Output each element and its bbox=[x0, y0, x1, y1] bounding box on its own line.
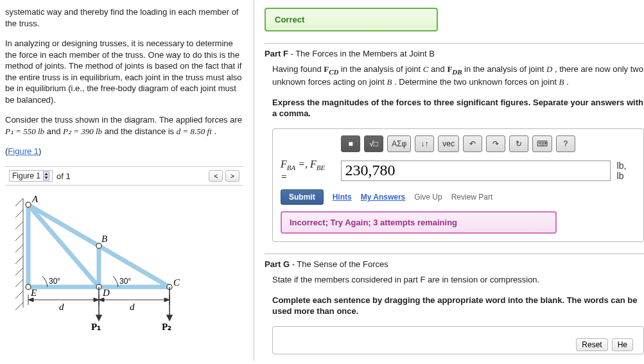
vec-button[interactable]: vec bbox=[438, 135, 459, 152]
node-a: A bbox=[31, 194, 39, 204]
right-panel: Correct Part F - The Forces in the Membe… bbox=[254, 0, 644, 361]
my-answers-link[interactable]: My Answers bbox=[361, 193, 406, 202]
pf-m3: in the analysis of joint bbox=[464, 64, 546, 74]
scripts-button[interactable]: ↓↑ bbox=[415, 135, 434, 152]
joint-b: B bbox=[387, 77, 392, 87]
help-button[interactable]: He bbox=[612, 338, 633, 351]
intro-para-1: systematic way and thereby find the load… bbox=[5, 6, 243, 29]
answer-actions: Submit Hints My Answers Give Up Review P… bbox=[281, 189, 636, 205]
svg-point-16 bbox=[26, 202, 31, 207]
part-f-instruction: Express the magnitudes of the forces to … bbox=[272, 97, 644, 119]
figure-pager: Figure 1 of 1 < > bbox=[5, 166, 243, 186]
part-f-text: Having found FCD in the analysis of join… bbox=[272, 64, 644, 88]
d-sym-1: d bbox=[59, 302, 64, 312]
and-the: and the distance is bbox=[105, 126, 177, 136]
pf-end: . bbox=[566, 77, 569, 87]
svg-line-3 bbox=[15, 221, 23, 229]
clear-button[interactable]: ↻ bbox=[509, 135, 528, 152]
svg-line-14 bbox=[28, 205, 99, 287]
figure-link[interactable]: Figure 1 bbox=[8, 146, 39, 156]
svg-line-10 bbox=[15, 302, 23, 310]
fcd-sym: FCD bbox=[324, 64, 338, 74]
p2-value: P₂ = 390 lb bbox=[63, 126, 102, 136]
pf-m1: in the analysis of joint bbox=[341, 64, 423, 74]
svg-marker-33 bbox=[164, 298, 170, 302]
truss-diagram: A B C D E d d P₁ P₂ 30° 30° bbox=[9, 192, 182, 343]
part-g-instruction: Complete each sentence by dragging the a… bbox=[272, 295, 644, 317]
svg-marker-30 bbox=[28, 298, 33, 302]
d-value: d = 8.50 ft bbox=[177, 126, 212, 136]
svg-line-2 bbox=[15, 210, 23, 218]
pf-m5: . Determine the two unknown forces on jo… bbox=[394, 77, 559, 87]
fdb-sym: FDB bbox=[447, 64, 462, 74]
angle-1: 30° bbox=[49, 277, 60, 286]
hints-link[interactable]: Hints bbox=[333, 193, 352, 202]
node-b: B bbox=[101, 234, 107, 244]
part-f-title: The Forces in the Members at Joint B bbox=[295, 49, 435, 58]
para3-pre: Consider the truss shown in the diagram.… bbox=[5, 115, 242, 125]
redo-button[interactable]: ↷ bbox=[486, 135, 505, 152]
svg-point-18 bbox=[96, 243, 101, 248]
joint-d: D bbox=[546, 64, 552, 74]
template-button[interactable]: ■ bbox=[341, 135, 360, 152]
svg-line-8 bbox=[15, 279, 23, 287]
giveup-link[interactable]: Give Up bbox=[414, 193, 442, 202]
svg-marker-24 bbox=[167, 315, 172, 320]
joint-c: C bbox=[423, 64, 429, 74]
figure-next-button[interactable]: > bbox=[225, 170, 239, 182]
angle-2: 30° bbox=[119, 277, 131, 286]
sqrt-button[interactable]: √□ bbox=[364, 135, 383, 152]
svg-line-4 bbox=[15, 233, 23, 241]
undo-button[interactable]: ↶ bbox=[463, 135, 482, 152]
intro-para-3: Consider the truss shown in the diagram.… bbox=[5, 114, 243, 137]
node-c: C bbox=[173, 277, 180, 288]
answer-panel-g: Reset He bbox=[272, 326, 644, 354]
greek-button[interactable]: ΑΣφ bbox=[387, 135, 411, 152]
p1-sym: P₁ bbox=[91, 322, 101, 332]
svg-line-6 bbox=[15, 256, 23, 264]
node-d: D bbox=[102, 288, 110, 298]
intro-para-2: In analyzing or designing trusses, it is… bbox=[5, 38, 243, 105]
part-g-heading: Part G - The Sense of the Forces bbox=[265, 259, 644, 269]
svg-marker-22 bbox=[96, 315, 101, 320]
stepper-icon bbox=[43, 171, 49, 180]
incorrect-feedback: Incorrect; Try Again; 3 attempts remaini… bbox=[281, 211, 557, 234]
d-sym-2: d bbox=[130, 302, 135, 312]
answer-row: FBA =, FBE = lb, lb bbox=[281, 159, 636, 183]
correct-feedback: Correct bbox=[265, 8, 438, 31]
svg-line-7 bbox=[15, 268, 23, 275]
answer-panel-f: ■ √□ ΑΣφ ↓↑ vec ↶ ↷ ↻ ⌨ ? FBA =, FBE = bbox=[272, 128, 644, 242]
svg-line-9 bbox=[15, 291, 23, 299]
keyboard-button[interactable]: ⌨ bbox=[532, 135, 552, 152]
equation-toolbar: ■ √□ ΑΣφ ↓↑ vec ↶ ↷ ↻ ⌨ ? bbox=[281, 135, 636, 152]
svg-line-5 bbox=[15, 245, 23, 252]
figure-select-label: Figure 1 bbox=[12, 171, 40, 180]
submit-button[interactable]: Submit bbox=[281, 189, 324, 205]
node-e: E bbox=[30, 288, 37, 298]
reset-button[interactable]: Reset bbox=[576, 338, 607, 351]
para3-dot: . bbox=[214, 126, 216, 136]
figure-prev-button[interactable]: < bbox=[209, 170, 223, 182]
part-g-label: Part G bbox=[265, 259, 290, 269]
svg-point-17 bbox=[26, 284, 31, 290]
figure-of: of 1 bbox=[57, 171, 71, 181]
svg-line-1 bbox=[15, 198, 23, 206]
figure-select[interactable]: Figure 1 bbox=[9, 170, 53, 182]
part-g-title: The Sense of the Forces bbox=[297, 259, 388, 269]
part-f-heading: Part F - The Forces in the Members at Jo… bbox=[265, 49, 644, 58]
review-link[interactable]: Review Part bbox=[451, 193, 493, 202]
left-panel: systematic way and thereby find the load… bbox=[0, 0, 254, 361]
and-word: and bbox=[47, 126, 63, 136]
toolbar-help-button[interactable]: ? bbox=[556, 135, 575, 152]
answer-input[interactable] bbox=[341, 160, 611, 181]
figure-area: A B C D E d d P₁ P₂ 30° 30° bbox=[5, 186, 243, 352]
part-g-text: State if the members considered in part … bbox=[272, 274, 644, 286]
answer-prefix: FBA =, FBE = bbox=[281, 159, 335, 183]
svg-marker-32 bbox=[99, 298, 104, 302]
pf-m2: and bbox=[431, 64, 447, 74]
pf-pre: Having found bbox=[272, 64, 324, 74]
joint-b-2: B bbox=[559, 77, 564, 87]
p1-value: P₁ = 550 lb bbox=[5, 126, 44, 136]
p2-sym: P₂ bbox=[162, 322, 171, 332]
part-f-label: Part F bbox=[265, 49, 288, 58]
